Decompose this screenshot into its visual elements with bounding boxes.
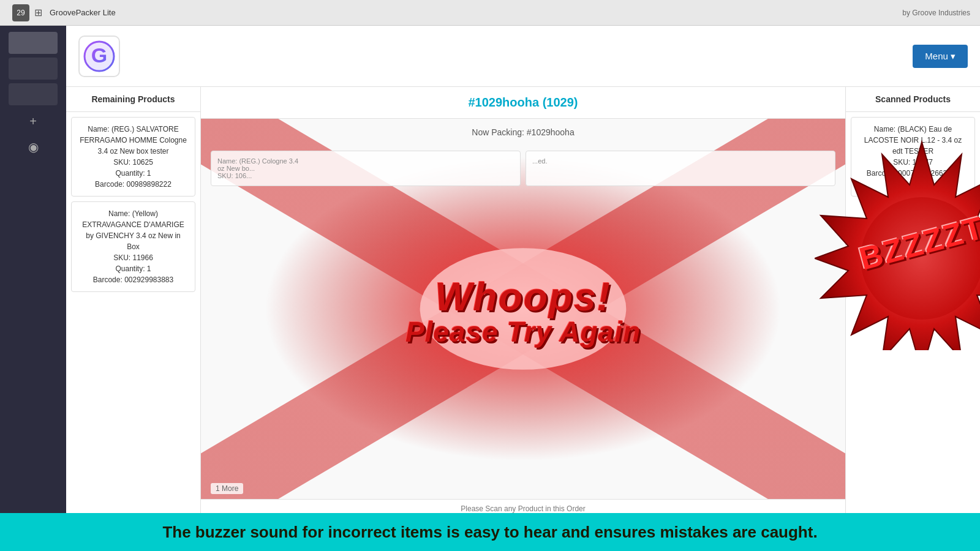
right-panel: Scanned Products Name: (BLACK) Eau de LA… <box>845 87 980 551</box>
product-1-barcode: Barcode: 00989898222 <box>79 179 187 190</box>
scanned-1-barcode: Barcode: 000737052662794 <box>859 168 967 179</box>
company-name: by Groove Industries <box>902 9 970 17</box>
remaining-products-title: Remaining Products <box>66 87 200 112</box>
scanned-products-list[interactable]: Name: (BLACK) Eau de LACOSTE NOIR L.12 -… <box>846 112 980 551</box>
product-1-name: Name: (REG.) SALVATORE FERRAGAMO HOMME C… <box>79 124 187 157</box>
scan-label: Please Scan any Product in this Order <box>211 504 835 513</box>
left-sidebar: + ◉ <box>0 26 66 551</box>
browser-title: GroovePacker Lite <box>50 8 116 17</box>
svg-text:G: G <box>91 43 107 67</box>
center-prod-2-text: ...ed. <box>532 157 829 165</box>
remaining-product-1: Name: (REG.) SALVATORE FERRAGAMO HOMME C… <box>71 117 195 197</box>
center-panel: #1029hooha (1029) Now Packing: #1029hooh… <box>201 87 845 551</box>
center-prod-1-text: Name: (REG.) Cologne 3.4oz New bo...SKU:… <box>217 157 514 179</box>
scanned-products-title: Scanned Products <box>846 87 980 112</box>
product-2-sku: SKU: 11966 <box>79 252 187 263</box>
product-2-name: Name: (Yellow) EXTRAVAGANCE D'AMARIGE by… <box>79 208 187 252</box>
remaining-product-2: Name: (Yellow) EXTRAVAGANCE D'AMARIGE by… <box>71 201 195 292</box>
order-title: #1029hooha (1029) <box>209 96 837 110</box>
sidebar-plus-icon[interactable]: + <box>23 111 43 131</box>
remaining-products-list[interactable]: Name: (REG.) SALVATORE FERRAGAMO HOMME C… <box>66 112 200 551</box>
scanned-product-1: Name: (BLACK) Eau de LACOSTE NOIR L.12 -… <box>851 117 975 197</box>
scanned-1-qty: Quantity: 1 <box>859 179 967 190</box>
bottom-banner: The buzzer sound for incorrect items is … <box>0 513 980 551</box>
banner-text: The buzzer sound for incorrect items is … <box>162 523 817 542</box>
center-prod-card-2: ...ed. <box>526 151 835 186</box>
product-2-qty: Quantity: 1 <box>79 263 187 274</box>
main-content: G Menu ▾ Remaining Products Name: (REG.)… <box>66 26 980 551</box>
center-header: #1029hooha (1029) <box>201 87 845 119</box>
scanned-1-name: Name: (BLACK) Eau de LACOSTE NOIR L.12 -… <box>859 124 967 157</box>
sidebar-item-2[interactable] <box>9 83 58 105</box>
center-prod-card-1: Name: (REG.) Cologne 3.4oz New bo...SKU:… <box>211 151 521 186</box>
left-panel: Remaining Products Name: (REG.) SALVATOR… <box>66 87 201 551</box>
content-area: Remaining Products Name: (REG.) SALVATOR… <box>66 87 980 551</box>
product-2-barcode: Barcode: 002929983883 <box>79 274 187 285</box>
menu-button[interactable]: Menu ▾ <box>913 45 968 68</box>
center-body: Now Packing: #1029hooha Name: (REG.) Col… <box>201 119 845 499</box>
app-header: G Menu ▾ <box>66 26 980 87</box>
sidebar-item-active[interactable] <box>9 32 58 54</box>
product-1-sku: SKU: 10625 <box>79 157 187 168</box>
product-1-qty: Quantity: 1 <box>79 168 187 179</box>
tab-number[interactable]: 29 <box>12 4 29 21</box>
more-label: 1 More <box>211 483 243 494</box>
app-logo: G <box>78 36 120 77</box>
scanned-1-sku: SKU: 12177 <box>859 157 967 168</box>
center-products-row: Name: (REG.) Cologne 3.4oz New bo...SKU:… <box>201 143 845 193</box>
sidebar-eye-icon[interactable]: ◉ <box>23 137 43 157</box>
browser-bar: 29 ⊞ GroovePacker Lite by Groove Industr… <box>0 0 980 26</box>
grid-icon: ⊞ <box>34 7 42 18</box>
svg-point-6 <box>420 248 627 370</box>
sidebar-item-1[interactable] <box>9 58 58 80</box>
